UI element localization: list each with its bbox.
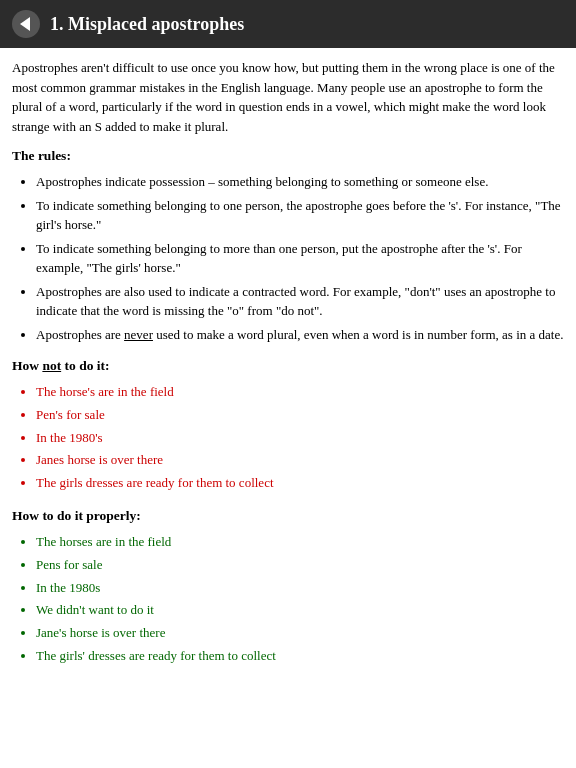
list-item: To indicate something belonging to more … <box>36 239 564 278</box>
correct-example: In the 1980s <box>36 578 564 599</box>
correct-example: The horses are in the field <box>36 532 564 553</box>
correct-example: The girls' dresses are ready for them to… <box>36 646 564 667</box>
page-title: 1. Misplaced apostrophes <box>50 14 244 35</box>
main-content: Apostrophes aren't difficult to use once… <box>0 48 576 701</box>
wrong-example: Janes horse is over there <box>36 450 564 471</box>
wrong-heading: How not to do it: <box>12 358 564 374</box>
not-underline: not <box>42 358 61 373</box>
wrong-example: The horse's are in the field <box>36 382 564 403</box>
list-item: Apostrophes are also used to indicate a … <box>36 282 564 321</box>
correct-example: Pens for sale <box>36 555 564 576</box>
wrong-example: In the 1980's <box>36 428 564 449</box>
list-item: To indicate something belonging to one p… <box>36 196 564 235</box>
wrong-example: Pen's for sale <box>36 405 564 426</box>
wrong-examples-list: The horse's are in the field Pen's for s… <box>12 382 564 494</box>
correct-example: We didn't want to do it <box>36 600 564 621</box>
list-item-never: Apostrophes are never used to make a wor… <box>36 325 564 345</box>
rules-list: Apostrophes indicate possession – someth… <box>12 172 564 344</box>
correct-heading: How to do it properly: <box>12 508 564 524</box>
never-underline: never <box>124 327 153 342</box>
intro-paragraph: Apostrophes aren't difficult to use once… <box>12 58 564 136</box>
header: 1. Misplaced apostrophes <box>0 0 576 48</box>
wrong-example: The girls dresses are ready for them to … <box>36 473 564 494</box>
list-item: Apostrophes indicate possession – someth… <box>36 172 564 192</box>
back-button[interactable] <box>12 10 40 38</box>
rules-heading: The rules: <box>12 148 564 164</box>
correct-examples-list: The horses are in the field Pens for sal… <box>12 532 564 667</box>
correct-example: Jane's horse is over there <box>36 623 564 644</box>
back-arrow-icon <box>20 17 30 31</box>
